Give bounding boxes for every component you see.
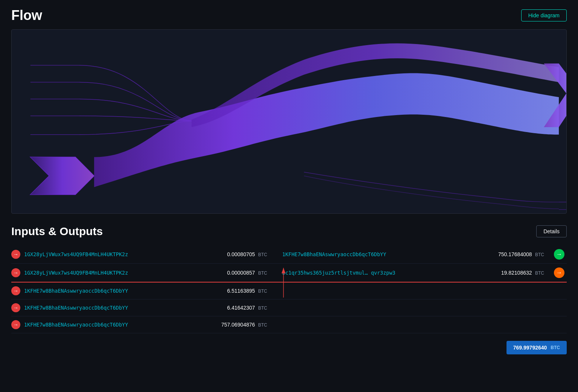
io-rows-container: → 1GX28yLjVWux7ws4UQ9FB4MnLH4UKTPK2z 0.0… <box>11 245 567 333</box>
io-section: Inputs & Outputs Details → 1GX28yLjVWux7… <box>11 225 567 354</box>
details-button[interactable]: Details <box>536 225 567 237</box>
input-amount: 0.00000857 BTC <box>192 269 282 276</box>
input-amount: 0.00080705 BTC <box>192 251 282 258</box>
page-title: Flow <box>11 8 42 23</box>
total-row: 769.99792640 BTC <box>11 341 567 354</box>
input-address[interactable]: 1KFHE7w8BhaENAswwryaoccDb6qcT6DbYY <box>24 288 128 294</box>
io-row: → 1KFHE7w8BhaENAswwryaoccDb6qcT6DbYY 757… <box>11 316 567 333</box>
output-icon-col: → <box>552 249 567 260</box>
io-row: → 1KFHE7w8BhaENAswwryaoccDb6qcT6DbYY 6.4… <box>11 299 567 316</box>
output-icon-col: → <box>552 267 567 278</box>
input-col: → 1KFHE7w8BhaENAswwryaoccDb6qcT6DbYY <box>11 320 192 329</box>
input-col: → 1KFHE7w8BhaENAswwryaoccDb6qcT6DbYY <box>11 286 192 295</box>
input-amount: 6.41642307 BTC <box>192 304 282 311</box>
input-col: → 1GX28yLjVWux7ws4UQ9FB4MnLH4UKTPK2z <box>11 268 192 277</box>
flow-diagram <box>11 29 567 214</box>
io-row-highlighted: → 1GX28yLjVWux7ws4UQ9FB4MnLH4UKTPK2z 0.0… <box>11 264 567 283</box>
total-amount: 769.99792640 <box>513 345 547 351</box>
output-address[interactable]: 1KFHE7w8BhaENAswwryaoccDb6qcT6DbYY <box>282 251 386 257</box>
input-amount: 6.51163895 BTC <box>192 287 282 294</box>
input-icon-red: → <box>11 268 20 277</box>
output-icon-green: → <box>554 249 564 260</box>
output-amount: 750.17684008 BTC <box>463 251 552 258</box>
input-icon-red: → <box>11 286 20 295</box>
output-address[interactable]: bc1qr35hws365juz5rtlsjtvmul… qvr3zpw3 <box>282 270 395 276</box>
io-header: Inputs & Outputs Details <box>11 225 567 238</box>
input-icon-red: → <box>11 320 20 329</box>
hide-diagram-button[interactable]: Hide diagram <box>521 9 567 21</box>
output-col: bc1qr35hws365juz5rtlsjtvmul… qvr3zpw3 <box>282 270 463 276</box>
io-section-title: Inputs & Outputs <box>11 225 103 238</box>
page-header: Flow Hide diagram <box>11 8 567 23</box>
io-row: → 1GX28yLjVWux7ws4UQ9FB4MnLH4UKTPK2z 0.0… <box>11 245 567 264</box>
input-icon-red: → <box>11 303 20 312</box>
input-address[interactable]: 1GX28yLjVWux7ws4UQ9FB4MnLH4UKTPK2z <box>24 270 128 276</box>
total-unit: BTC <box>551 345 560 350</box>
output-icon-orange: → <box>554 267 564 278</box>
input-address[interactable]: 1GX28yLjVWux7ws4UQ9FB4MnLH4UKTPK2z <box>24 251 128 257</box>
output-col: 1KFHE7w8BhaENAswwryaoccDb6qcT6DbYY <box>282 251 463 257</box>
input-address[interactable]: 1KFHE7w8BhaENAswwryaoccDb6qcT6DbYY <box>24 322 128 328</box>
input-address[interactable]: 1KFHE7w8BhaENAswwryaoccDb6qcT6DbYY <box>24 305 128 311</box>
input-icon-red: → <box>11 250 20 259</box>
total-badge: 769.99792640 BTC <box>507 341 567 354</box>
output-amount: 19.82108632 BTC <box>463 269 552 276</box>
io-row: → 1KFHE7w8BhaENAswwryaoccDb6qcT6DbYY 6.5… <box>11 283 567 299</box>
input-col: → 1KFHE7w8BhaENAswwryaoccDb6qcT6DbYY <box>11 303 192 312</box>
input-col: → 1GX28yLjVWux7ws4UQ9FB4MnLH4UKTPK2z <box>11 250 192 259</box>
input-amount: 757.06904876 BTC <box>192 321 282 328</box>
